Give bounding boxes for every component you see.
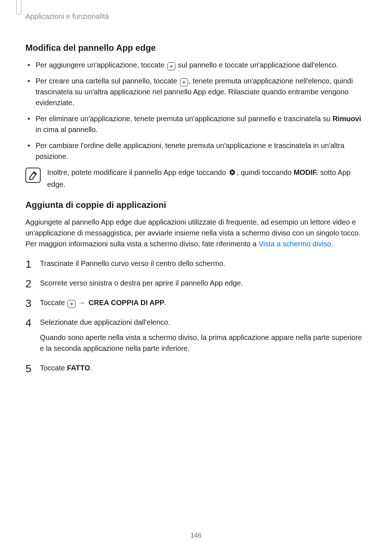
tab-marker [16, 0, 21, 15]
text: , quindi toccando [237, 168, 294, 176]
bold-text: MODIF. [294, 168, 318, 176]
bullet-remove-app: Per eliminare un'applicazione, tenete pr… [36, 113, 367, 135]
step-2: Scorrete verso sinistra o destra per apr… [25, 278, 367, 288]
step-4-sub: Quando sono aperte nella vista a schermo… [40, 332, 367, 354]
plus-icon: + [180, 78, 188, 86]
text: Inoltre, potete modificare il pannello A… [47, 168, 228, 176]
bold-text: Rimuovi [332, 115, 361, 123]
text: . [164, 299, 167, 307]
steps-list: Trascinate il Pannello curvo verso il ce… [25, 258, 367, 373]
section-title-edit-panel: Modifica del pannello App edge [25, 43, 367, 53]
page-content: Modifica del pannello App edge Per aggiu… [25, 36, 367, 382]
text: . [331, 240, 333, 248]
text: Per aggiungere un'applicazione, toccate [36, 61, 167, 69]
text: Selezionate due applicazioni dall'elenco… [40, 318, 170, 326]
bold-text: CREA COPPIA DI APP [89, 299, 164, 307]
step-1: Trascinate il Pannello curvo verso il ce… [25, 258, 367, 269]
section-title-app-pairs: Aggiunta di coppie di applicazioni [25, 200, 367, 210]
note-box: Inoltre, potete modificare il pannello A… [25, 167, 367, 190]
bullet-reorder-apps: Per cambiare l'ordine delle applicazioni… [36, 140, 367, 162]
text: Per creare una cartella sul pannello, to… [36, 77, 179, 85]
arrow-icon: → [78, 299, 85, 307]
plus-icon: + [68, 300, 75, 308]
note-text: Inoltre, potete modificare il pannello A… [47, 167, 367, 190]
link-split-view[interactable]: Vista a schermo diviso [258, 240, 331, 248]
bold-text: FATTO [67, 364, 90, 372]
text: . [90, 364, 92, 372]
text: in cima al pannello. [36, 126, 98, 134]
bullet-list-edit-panel: Per aggiungere un'applicazione, toccate … [25, 59, 367, 162]
step-4: Selezionate due applicazioni dall'elenco… [25, 317, 367, 354]
step-5: Toccate FATTO. [25, 362, 367, 373]
text: Toccate [40, 364, 67, 372]
plus-icon: + [167, 62, 175, 70]
bullet-add-app: Per aggiungere un'applicazione, toccate … [36, 59, 367, 70]
text: sul pannello e toccate un'applicazione d… [176, 61, 338, 69]
step-3: Toccate +→ CREA COPPIA DI APP. [25, 297, 367, 308]
note-icon [25, 168, 41, 183]
bullet-create-folder: Per creare una cartella sul pannello, to… [36, 75, 367, 108]
gear-icon [229, 168, 236, 179]
text: Toccate [40, 299, 67, 307]
page-header-breadcrumb: Applicazioni e funzionalità [25, 12, 109, 21]
text: Per eliminare un'applicazione, tenete pr… [36, 115, 332, 123]
page-number: 146 [0, 532, 392, 539]
intro-paragraph: Aggiungete al pannello App edge due appl… [25, 217, 367, 249]
